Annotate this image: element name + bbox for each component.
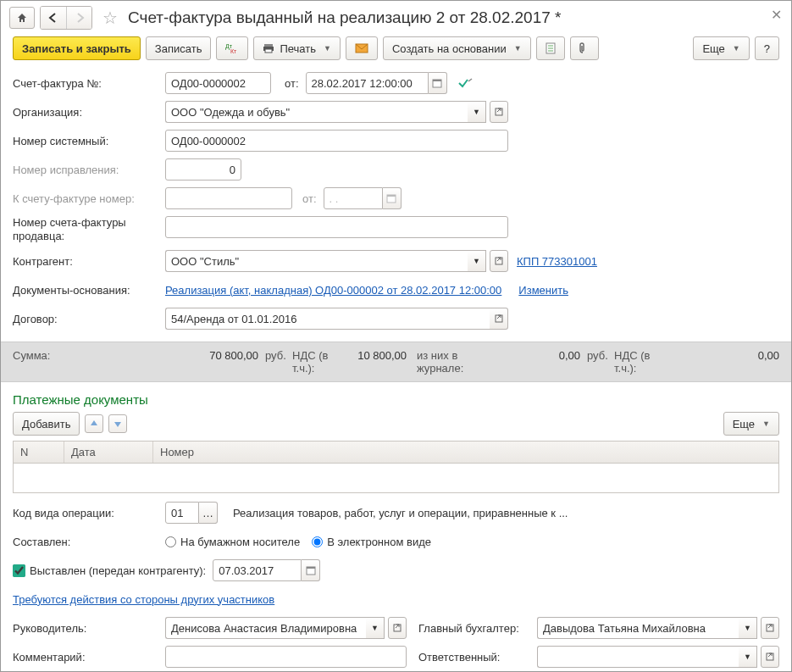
svg-rect-16: [496, 315, 502, 322]
invoice-no-input[interactable]: [165, 72, 271, 94]
home-icon: [16, 12, 28, 24]
op-code-select[interactable]: …: [199, 502, 218, 524]
contract-select[interactable]: 54/Аренда от 01.01.2016: [165, 308, 490, 330]
correction-no-input[interactable]: [165, 158, 241, 180]
open-icon: [766, 624, 774, 632]
open-icon: [495, 108, 503, 116]
calendar-icon: [386, 193, 396, 203]
org-select[interactable]: ООО "Одежда и обувь": [165, 101, 468, 123]
to-calendar-button[interactable]: [383, 187, 402, 209]
payment-docs-title: Платежные документы: [1, 389, 791, 412]
to-date-input[interactable]: [324, 187, 383, 209]
check-icon[interactable]: [457, 77, 473, 89]
to-invoice-input[interactable]: [165, 187, 292, 209]
svg-rect-15: [496, 258, 502, 264]
dtkt-icon: ДтКт: [225, 42, 239, 54]
calendar-button[interactable]: [429, 72, 447, 94]
arrow-down-icon: [113, 419, 123, 429]
arrow-left-icon: [47, 13, 60, 23]
calendar-icon: [432, 78, 442, 88]
col-date[interactable]: Дата: [64, 442, 153, 463]
manager-select[interactable]: Денисова Анастасия Владимировна: [165, 617, 366, 639]
issued-calendar[interactable]: [302, 559, 320, 581]
responsible-dd[interactable]: ▼: [739, 646, 757, 668]
change-link[interactable]: Изменить: [518, 284, 568, 297]
responsible-label: Ответственный:: [418, 651, 537, 664]
to-invoice-label: К счету-фактуре номер:: [13, 192, 165, 205]
from-label: от:: [285, 77, 299, 90]
date-input[interactable]: [306, 72, 429, 94]
col-no[interactable]: Номер: [153, 442, 778, 463]
chief-acc-label: Главный бухгалтер:: [418, 622, 537, 635]
responsible-open[interactable]: [761, 646, 779, 668]
counterparty-select[interactable]: ООО "Стиль": [165, 250, 468, 272]
home-button[interactable]: [9, 7, 35, 29]
actions-link[interactable]: Требуются действия со стороны других уча…: [13, 593, 274, 606]
add-button[interactable]: Добавить: [13, 412, 80, 436]
op-code-label: Код вида операции:: [13, 507, 165, 519]
svg-rect-21: [767, 653, 773, 660]
correction-no-label: Номер исправления:: [13, 164, 165, 176]
basis-doc-link[interactable]: Реализация (акт, накладная) ОД00-000002 …: [165, 284, 501, 297]
seller-invoice-input[interactable]: [165, 216, 508, 238]
org-dd[interactable]: ▼: [468, 101, 486, 123]
move-down-button[interactable]: [108, 414, 127, 433]
kpp-link[interactable]: КПП 773301001: [517, 255, 597, 268]
chief-acc-dd[interactable]: ▼: [739, 617, 757, 639]
more-button-table[interactable]: Еще▼: [723, 412, 779, 436]
create-on-basis-button[interactable]: Создать на основании▼: [383, 36, 531, 60]
sys-no-label: Номер системный:: [13, 135, 165, 147]
print-button[interactable]: Печать▼: [253, 36, 341, 60]
more-button-top[interactable]: Еще▼: [693, 36, 749, 60]
contract-open[interactable]: [490, 308, 508, 330]
nav-forward-button[interactable]: [66, 7, 91, 29]
move-up-button[interactable]: [85, 414, 103, 433]
svg-text:Кт: Кт: [230, 48, 237, 54]
org-label: Организация:: [13, 106, 165, 119]
save-button[interactable]: Записать: [146, 36, 212, 60]
attach-button[interactable]: [570, 36, 599, 60]
table-body[interactable]: [14, 464, 778, 492]
doc-button[interactable]: [536, 36, 565, 60]
chief-acc-open[interactable]: [761, 617, 779, 639]
paperclip-icon: [579, 42, 590, 54]
issued-checkbox[interactable]: Выставлен (передан контрагенту):: [13, 564, 206, 577]
help-button[interactable]: ?: [755, 36, 779, 60]
open-icon: [393, 624, 402, 632]
responsible-select[interactable]: [537, 646, 739, 668]
org-open[interactable]: [490, 101, 508, 123]
comment-input[interactable]: [165, 646, 407, 668]
open-icon: [495, 314, 503, 323]
svg-rect-14: [387, 195, 396, 197]
composed-label: Составлен:: [13, 536, 165, 548]
chief-acc-select[interactable]: Давыдова Татьяна Михайловна: [537, 617, 739, 639]
counterparty-label: Контрагент:: [13, 255, 165, 268]
nav-back-button[interactable]: [41, 7, 66, 29]
basis-label: Документы-основания:: [13, 284, 165, 297]
close-button[interactable]: ✕: [771, 7, 782, 23]
save-close-button[interactable]: Записать и закрыть: [13, 36, 141, 60]
counterparty-dd[interactable]: ▼: [468, 250, 486, 272]
arrow-up-icon: [89, 419, 99, 429]
manager-open[interactable]: [388, 617, 407, 639]
col-n[interactable]: N: [14, 442, 64, 463]
sys-no-input[interactable]: [165, 130, 508, 152]
svg-rect-2: [264, 44, 273, 47]
issued-date-input[interactable]: [213, 559, 302, 581]
arrow-right-icon: [73, 13, 86, 23]
star-icon[interactable]: ☆: [102, 8, 118, 28]
doc-icon: [546, 42, 556, 54]
calendar-icon: [306, 565, 316, 575]
op-code-input[interactable]: [165, 502, 199, 524]
radio-paper[interactable]: На бумажном носителе: [165, 536, 300, 548]
manager-dd[interactable]: ▼: [366, 617, 385, 639]
dtkt-button[interactable]: ДтКт: [216, 36, 248, 60]
svg-rect-4: [265, 49, 272, 53]
radio-electronic[interactable]: В электронном виде: [312, 536, 431, 548]
invoice-no-label: Счет-фактура №:: [13, 77, 165, 90]
svg-rect-11: [433, 80, 441, 81]
manager-label: Руководитель:: [13, 622, 165, 635]
counterparty-open[interactable]: [490, 250, 508, 272]
mail-button[interactable]: [346, 36, 378, 60]
op-desc: Реализация товаров, работ, услуг и опера…: [233, 507, 568, 519]
